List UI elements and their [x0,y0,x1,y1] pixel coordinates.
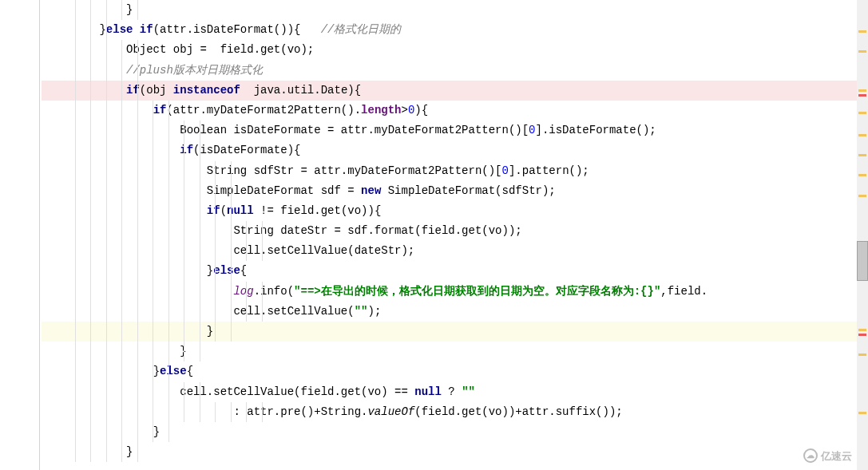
indent-guide [200,302,200,322]
code-line[interactable]: //plush版本对日期格式化 [42,61,868,81]
indent-guide [121,282,122,302]
code-line[interactable]: } [42,342,868,361]
indent-guide [184,302,184,322]
token-plain: > [402,104,408,117]
token-plain: } [153,365,160,377]
stripe-marker-yellow[interactable] [858,154,866,156]
indent-guide [90,20,91,40]
indent-guide [106,342,107,361]
code-line[interactable]: String dateStr = sdf.format(field.get(vo… [42,221,868,241]
indent-guide [137,181,138,201]
indent-guide [168,261,169,281]
stripe-marker-red[interactable] [858,334,866,336]
indent-guide [137,81,138,101]
stripe-marker-yellow[interactable] [858,195,866,197]
code-line[interactable]: : attr.pre()+String.valueOf(field.get(vo… [42,402,868,422]
indent-guide [246,241,247,261]
code-line[interactable]: } [42,322,868,342]
indent-guide [153,140,153,160]
indent-guide [75,402,76,422]
indent-guide [121,261,122,281]
indent-guide [90,342,91,361]
indent-guide [121,81,122,101]
indent-guide [153,342,153,361]
code-line[interactable]: } [42,422,868,442]
indent-guide [121,181,122,201]
indent-guide [90,0,91,20]
token-kw: null [414,385,442,398]
indent-guide [153,282,153,302]
stripe-marker-yellow[interactable] [858,30,866,33]
code-line[interactable]: }else if(attr.isDateFormat()){ //格式化日期的 [42,20,868,40]
code-line[interactable]: log.info("==>在导出的时候，格式化日期获取到的日期为空。对应字段名称… [42,282,868,302]
code-line[interactable]: SimpleDateFormat sdf = new SimpleDateFor… [42,181,868,201]
indent-guide [168,361,169,381]
stripe-marker-yellow[interactable] [858,174,866,176]
stripe-marker-yellow[interactable] [858,112,866,114]
token-plain: } [126,445,133,458]
token-plain: } [207,264,213,277]
indent-guide [106,422,107,442]
code-line[interactable]: cell.setCellValue(dateStr); [42,241,868,261]
token-str: "==>在导出的时候，格式化日期获取到的日期为空。对应字段名称为:{}" [294,285,660,298]
indent-guide [75,241,76,261]
code-line[interactable]: } [42,0,868,20]
code-line[interactable]: if(attr.myDateFormat2Pattern().length>0)… [42,101,868,120]
code-line[interactable]: Object obj = field.get(vo); [42,40,868,60]
indent-guide [106,61,107,81]
code-line[interactable]: if(isDateFormate){ [42,140,868,160]
code-line[interactable]: if(obj instanceof java.util.Date){ [42,81,868,101]
indent-guide [106,120,107,140]
indent-guide [215,282,216,302]
indent-guide [168,161,169,181]
indent-guide [90,161,91,181]
indent-guide [168,101,169,120]
stripe-marker-yellow[interactable] [858,329,866,331]
code-line[interactable]: if(null != field.get(vo)){ [42,201,868,221]
indent-guide [231,221,232,241]
code-line[interactable]: Boolean isDateFormate = attr.myDateForma… [42,120,868,140]
stripe-marker-yellow[interactable] [858,50,866,53]
scrollbar-thumb[interactable] [857,241,868,281]
indent-guide [153,120,153,140]
indent-guide [75,161,76,181]
stripe-marker-red[interactable] [858,94,866,97]
token-plain: (field.get(vo))+attr.suffix()); [414,405,622,418]
indent-guide [106,0,107,20]
indent-guide [75,61,76,81]
indent-guide [184,282,184,302]
code-content[interactable]: } }else if(attr.isDateFormat()){ //格式化日期… [42,0,868,462]
stripe-marker-yellow[interactable] [858,353,866,356]
indent-guide [153,302,153,322]
code-editor[interactable]: } }else if(attr.isDateFormat()){ //格式化日期… [0,0,868,470]
indent-guide [106,140,107,160]
indent-guide [75,322,76,342]
code-line[interactable]: } [42,442,868,462]
indent-guide [246,302,247,322]
stripe-marker-yellow[interactable] [858,134,866,136]
indent-guide [106,81,107,101]
indent-guide [75,302,76,322]
stripe-marker-yellow[interactable] [858,412,866,414]
code-line[interactable]: cell.setCellValue(field.get(vo) == null … [42,382,868,402]
token-plain: ? [442,385,462,398]
indent-guide [137,120,138,140]
token-plain: ){ [414,104,428,117]
indent-guide [90,261,91,281]
indent-guide [184,221,184,241]
indent-guide [215,322,216,342]
token-field: length [361,104,401,117]
indent-guide [200,261,200,281]
indent-guide [168,342,169,361]
code-line[interactable]: String sdfStr = attr.myDateFormat2Patter… [42,161,868,181]
indent-guide [137,361,138,381]
token-plain: { [187,365,193,377]
token-comment: //plush版本对日期格式化 [126,64,263,77]
token-kw: instanceof [173,84,240,97]
code-line[interactable]: }else{ [42,261,868,281]
stripe-marker-yellow[interactable] [858,89,866,92]
code-line[interactable]: cell.setCellValue(""); [42,302,868,322]
scrollbar-track[interactable] [857,0,868,470]
indent-guide [90,302,91,322]
code-line[interactable]: }else{ [42,361,868,381]
